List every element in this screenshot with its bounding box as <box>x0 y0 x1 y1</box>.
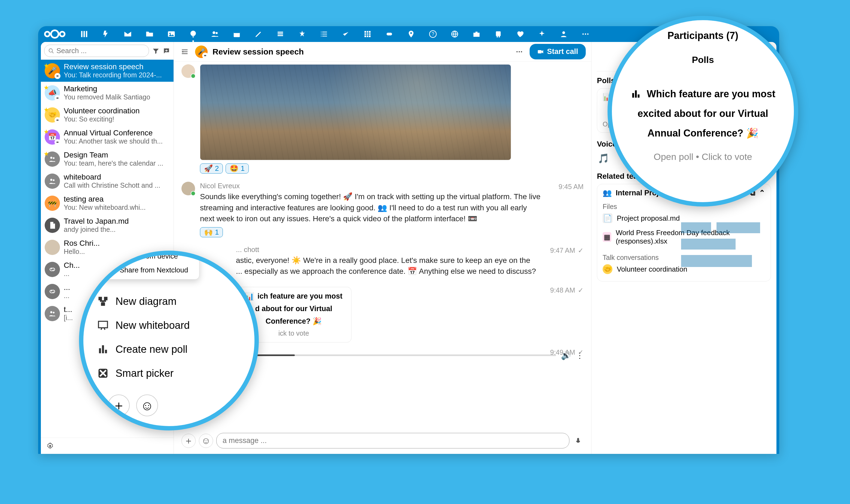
music-note-icon: 🎵 <box>597 152 610 165</box>
bolt-icon[interactable] <box>101 30 111 39</box>
start-call-label: Start call <box>547 48 578 56</box>
search-input[interactable] <box>56 47 145 55</box>
dashboard-icon[interactable] <box>79 30 89 39</box>
more-icon[interactable] <box>581 30 590 39</box>
message: 📊ich feature are you most d about for ou… <box>236 285 583 342</box>
conversation-item[interactable]: whiteboardCall with Christine Schott and… <box>41 170 174 192</box>
chat-menu-icon[interactable] <box>514 46 525 57</box>
settings-icon[interactable] <box>45 440 56 451</box>
message-input[interactable] <box>222 436 563 445</box>
conversation-avatar: ★ <box>45 151 60 167</box>
reaction-chip[interactable]: 🚀 2 <box>200 163 223 174</box>
contacts-icon[interactable] <box>210 30 220 39</box>
voice-record-icon[interactable] <box>573 435 583 446</box>
compose-input-wrapper[interactable] <box>216 433 569 448</box>
list-icon[interactable] <box>319 30 329 39</box>
conversation-item[interactable]: 🚧 testing areaYou: New whiteboard.whi... <box>41 192 174 214</box>
shared-image[interactable] <box>200 64 511 160</box>
conversation-title: Review session speech <box>64 62 170 71</box>
new-diagram-item[interactable]: New diagram <box>94 289 243 313</box>
edit-icon[interactable] <box>254 30 263 39</box>
message-author: Nicol Evreux <box>200 182 543 190</box>
new-conversation-icon[interactable] <box>162 46 170 56</box>
add-button[interactable]: ＋ <box>181 434 196 448</box>
svg-text:?: ? <box>432 31 434 37</box>
poll-hint-zoom[interactable]: Open poll • Click to vote <box>624 151 782 162</box>
conversation-avatar <box>45 284 60 299</box>
link-badge-icon <box>54 139 60 145</box>
message: Nicol Evreux Sounds like everything's co… <box>181 182 583 237</box>
voice-message[interactable]: 🔊 ⋮ 9:49 AM ✓ <box>252 350 583 360</box>
seen-icon: ✓ <box>578 286 583 294</box>
heart-icon[interactable] <box>516 30 525 39</box>
conversation-item[interactable]: ★🎤 Review session speechYou: Talk record… <box>41 60 174 82</box>
link-icon[interactable] <box>385 30 394 39</box>
sheet-icon: ▦ <box>603 232 611 242</box>
star-icon: ★ <box>43 84 49 91</box>
link-badge-icon <box>54 95 60 101</box>
svg-point-44 <box>516 51 518 52</box>
conversation-item[interactable]: Travel to Japan.mdandy joined the... <box>41 214 174 236</box>
svg-rect-3 <box>81 31 83 37</box>
svg-rect-19 <box>322 34 327 35</box>
svg-point-38 <box>53 157 54 159</box>
svg-rect-20 <box>321 36 322 36</box>
conversation-avatar: ★🤝 <box>45 107 60 123</box>
zoom-attachment-menu: ⇪Upload from device 📁Share from Nextclou… <box>79 251 259 430</box>
svg-rect-5 <box>86 31 87 37</box>
doc-icon: 📄 <box>603 213 612 223</box>
mail-icon[interactable] <box>123 30 132 39</box>
emoji-button-zoom[interactable]: ☺ <box>136 395 158 416</box>
conversation-item[interactable]: ★📣 MarketingYou removed Malik Santiago <box>41 82 174 104</box>
bookmark-icon[interactable] <box>297 30 307 39</box>
conversation-item[interactable]: ★🤝 Volunteer coordinationYou: So excitin… <box>41 104 174 126</box>
svg-rect-50 <box>104 297 108 301</box>
start-call-button[interactable]: Start call <box>530 44 586 59</box>
create-poll-item[interactable]: Create new poll <box>94 337 243 361</box>
emoji-button[interactable]: ☺ <box>199 434 213 448</box>
tasks-icon[interactable] <box>341 30 350 39</box>
svg-point-42 <box>53 312 54 313</box>
sparkle-icon[interactable] <box>537 30 546 39</box>
reaction-chip[interactable]: 🙌 1 <box>200 227 223 237</box>
stack-icon[interactable] <box>276 30 285 39</box>
star-icon: ★ <box>43 128 49 136</box>
help-icon[interactable]: ? <box>428 30 437 39</box>
svg-point-31 <box>499 36 500 38</box>
message-time: 9:45 AM <box>559 183 583 191</box>
conversation-avatar <box>45 240 60 255</box>
conversation-title: Travel to Japan.md <box>64 217 170 226</box>
link-badge-icon <box>54 117 60 123</box>
new-whiteboard-item[interactable]: New whiteboard <box>94 313 243 337</box>
calendar-icon[interactable] <box>232 30 241 39</box>
transport-icon[interactable] <box>494 30 503 39</box>
folder-icon[interactable] <box>145 30 154 39</box>
svg-point-35 <box>587 34 589 35</box>
filter-icon[interactable] <box>152 46 160 56</box>
nextcloud-logo[interactable] <box>43 29 67 39</box>
chevron-up-icon[interactable]: ⌃ <box>759 188 765 197</box>
conversation-avatar: ★📅 <box>45 129 60 145</box>
location-icon[interactable] <box>406 30 416 39</box>
conversation-subtitle: You: New whiteboard.whi... <box>64 203 170 211</box>
sidebar-toggle-icon[interactable] <box>179 46 190 57</box>
photos-icon[interactable] <box>167 30 176 39</box>
svg-point-46 <box>521 51 522 52</box>
message-text: astic, everyone! ☀️ We're in a really go… <box>236 255 537 277</box>
conversation-item[interactable]: ★📅 Annual Virtual ConferenceYou: Another… <box>41 126 174 148</box>
search-field[interactable] <box>44 45 149 57</box>
spreadsheet-icon[interactable] <box>363 30 372 39</box>
reaction-chip[interactable]: 🤩 1 <box>225 163 249 174</box>
briefcase-icon[interactable] <box>472 30 481 39</box>
smart-picker-item[interactable]: Smart picker <box>94 361 243 385</box>
user-icon[interactable] <box>559 30 568 39</box>
conversation-item[interactable]: ★ Design TeamYou: team, here's the calen… <box>41 148 174 170</box>
svg-point-40 <box>53 179 54 181</box>
conversation-avatar <box>45 306 60 321</box>
globe-icon[interactable] <box>450 30 459 39</box>
svg-point-10 <box>216 32 218 34</box>
voice-progress[interactable] <box>252 355 556 356</box>
svg-point-32 <box>562 31 565 34</box>
talk-icon[interactable] <box>188 30 198 39</box>
svg-point-0 <box>51 30 58 38</box>
